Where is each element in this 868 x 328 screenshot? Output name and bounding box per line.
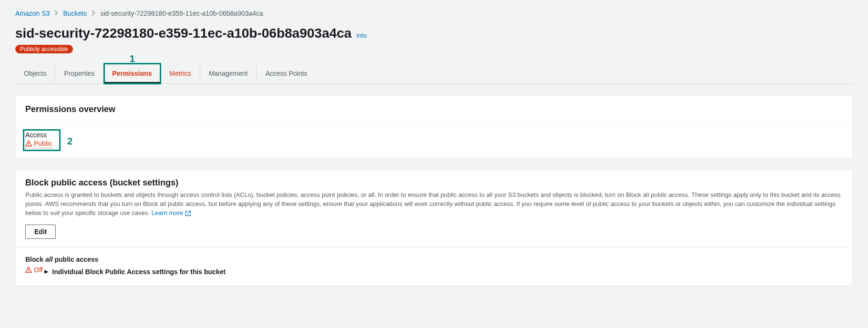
block-public-access-card: Block public access (bucket settings) Pu…: [15, 170, 853, 286]
access-value: Public: [25, 140, 52, 148]
breadcrumb: Amazon S3 Buckets sid-security-72298180-…: [15, 10, 853, 17]
warning-icon: [25, 140, 32, 147]
tab-properties[interactable]: Properties: [55, 65, 103, 83]
annotation-number-1: 1: [130, 53, 135, 64]
public-badge: Publicly accessible: [15, 45, 73, 53]
bpa-title: Block public access (bucket settings): [25, 178, 843, 188]
access-label: Access: [25, 131, 52, 139]
chevron-right-icon: [92, 10, 95, 17]
tab-metrics[interactable]: Metrics: [161, 65, 200, 83]
svg-point-1: [28, 144, 29, 145]
external-link-icon: [185, 210, 191, 216]
breadcrumb-buckets[interactable]: Buckets: [63, 10, 87, 17]
svg-point-4: [28, 271, 29, 272]
block-all-title: Block all public access: [25, 256, 843, 263]
tab-objects[interactable]: Objects: [15, 65, 55, 83]
page-title: sid-security-72298180-e359-11ec-a10b-06b…: [15, 26, 351, 41]
annotation-number-2: 2: [67, 136, 72, 147]
chevron-right-icon: [54, 10, 58, 17]
breadcrumb-current: sid-security-72298180-e359-11ec-a10b-06b…: [100, 10, 263, 17]
individual-settings-expander[interactable]: ▶ Individual Block Public Access setting…: [44, 268, 226, 276]
info-link[interactable]: Info: [356, 32, 367, 39]
bpa-description: Public access is granted to buckets and …: [25, 191, 843, 218]
triangle-right-icon: ▶: [44, 268, 48, 275]
permissions-overview-title: Permissions overview: [25, 104, 843, 114]
breadcrumb-root[interactable]: Amazon S3: [15, 10, 50, 17]
tabs: Objects Properties Permissions 1 Metrics…: [15, 65, 853, 84]
tab-permissions[interactable]: Permissions: [103, 65, 161, 83]
expander-label: Individual Block Public Access settings …: [52, 268, 226, 276]
divider: [16, 247, 852, 248]
block-all-status-text: Off: [34, 266, 42, 274]
learn-more-link[interactable]: Learn more: [151, 209, 190, 218]
svg-line-2: [188, 211, 191, 214]
tab-access-points[interactable]: Access Points: [257, 65, 316, 83]
block-all-status: Off: [25, 266, 42, 274]
access-value-text: Public: [34, 140, 52, 147]
warning-icon: [25, 266, 32, 273]
tab-management[interactable]: Management: [200, 65, 257, 83]
edit-button[interactable]: Edit: [25, 225, 56, 239]
permissions-overview-card: Permissions overview Access Public 2: [15, 95, 853, 158]
